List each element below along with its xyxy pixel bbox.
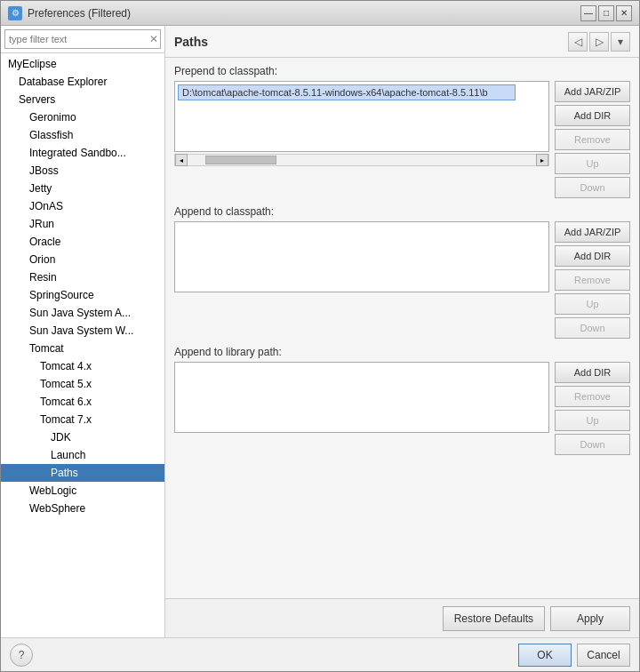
tree-item-tomcat-6x[interactable]: Tomcat 6.x (1, 393, 164, 411)
append-up-button[interactable]: Up (555, 293, 630, 315)
right-panel: Paths ◁ ▷ ▾ Prepend to classpath: (165, 26, 639, 637)
tree-item-label: JRun (29, 218, 54, 230)
filter-input[interactable] (4, 29, 161, 49)
tree-item-jboss[interactable]: JBoss (1, 162, 164, 180)
tree-item-jrun[interactable]: JRun (1, 215, 164, 233)
title-bar: ⚙ Preferences (Filtered) — □ ✕ (1, 1, 639, 26)
tree-item-sun-java-system-a[interactable]: Sun Java System A... (1, 304, 164, 322)
tree-item-label: Tomcat 6.x (40, 396, 92, 408)
append-library-buttons: Add DIR Remove Up Down (555, 362, 630, 455)
append-library-label: Append to library path: (174, 346, 630, 358)
tree-indent (8, 396, 40, 408)
tree-indent (8, 76, 19, 88)
tree-item-label: Paths (51, 467, 78, 479)
prepend-classpath-label: Prepend to classpath: (174, 65, 630, 77)
tree-indent (8, 467, 51, 479)
filter-clear-icon[interactable]: ✕ (149, 33, 158, 45)
back-button[interactable]: ◁ (568, 32, 588, 52)
prepend-add-dir-button[interactable]: Add DIR (555, 105, 630, 126)
filter-box: ✕ (1, 26, 164, 53)
tree-indent (8, 129, 29, 141)
tree-item-integrated-sandbo[interactable]: Integrated Sandbo... (1, 144, 164, 162)
tree-item-label: JDK (51, 431, 71, 444)
preferences-window: ⚙ Preferences (Filtered) — □ ✕ ✕ MyEclip… (0, 0, 640, 672)
tree-item-label: SpringSource (29, 289, 94, 301)
tree-item-label: Servers (19, 93, 55, 106)
tree-item-label: Tomcat (29, 342, 64, 355)
tree-item-weblogic[interactable]: WebLogic (1, 482, 164, 500)
toolbar-menu-button[interactable]: ▾ (611, 32, 630, 52)
append-library-body: Add DIR Remove Up Down (174, 362, 630, 455)
prepend-classpath-item: D:\tomcat\apache-tomcat-8.5.11-windows-x… (178, 84, 516, 100)
library-up-button[interactable]: Up (555, 410, 630, 431)
library-add-dir-button[interactable]: Add DIR (555, 362, 630, 383)
tree-item-myeclipse[interactable]: MyEclipse (1, 55, 164, 73)
tree-item-jonas[interactable]: JOnAS (1, 197, 164, 215)
prepend-down-button[interactable]: Down (555, 177, 630, 198)
library-remove-button[interactable]: Remove (555, 386, 630, 407)
tree-indent (8, 413, 40, 426)
tree-item-jetty[interactable]: Jetty (1, 180, 164, 197)
scroll-right-arrow[interactable]: ▸ (536, 154, 548, 166)
restore-defaults-button[interactable]: Restore Defaults (443, 606, 545, 631)
tree-item-label: Tomcat 5.x (40, 378, 92, 390)
ok-button[interactable]: OK (518, 644, 572, 667)
tree-indent (8, 271, 29, 284)
main-content: ✕ MyEclipse Database Explorer Servers Ge… (1, 26, 639, 637)
apply-button[interactable]: Apply (550, 606, 630, 631)
tree-item-orion[interactable]: Orion (1, 251, 164, 268)
right-content: Prepend to classpath: (165, 58, 639, 598)
prepend-classpath-buttons: Add JAR/ZIP Add DIR Remove Up Down (555, 81, 630, 198)
append-classpath-list[interactable] (174, 221, 549, 292)
tree-item-servers[interactable]: Servers (1, 91, 164, 108)
tree-item-label: Database Explorer (19, 76, 107, 88)
tree-item-glassfish[interactable]: Glassfish (1, 126, 164, 144)
append-add-jar-zip-button[interactable]: Add JAR/ZIP (555, 221, 630, 243)
tree-indent (8, 164, 29, 177)
window-icon: ⚙ (8, 6, 22, 20)
tree-item-oracle[interactable]: Oracle (1, 233, 164, 251)
tree-item-tomcat-4x[interactable]: Tomcat 4.x (1, 357, 164, 375)
tree-indent (8, 218, 29, 230)
tree-item-paths[interactable]: Paths (1, 464, 164, 482)
tree-item-geronimo[interactable]: Geronimo (1, 108, 164, 126)
tree-item-websphere[interactable]: WebSphere (1, 500, 164, 517)
tree-indent (8, 147, 29, 159)
tree-item-springsource[interactable]: SpringSource (1, 286, 164, 304)
tree-indent (8, 484, 29, 497)
tree-item-resin[interactable]: Resin (1, 268, 164, 286)
forward-button[interactable]: ▷ (589, 32, 609, 52)
tree-item-label: WebSphere (29, 502, 85, 515)
scroll-track (188, 156, 536, 164)
scroll-thumb[interactable] (205, 156, 276, 164)
close-button[interactable]: ✕ (616, 5, 632, 21)
tree-item-tomcat-7x[interactable]: Tomcat 7.x (1, 411, 164, 428)
tree-indent (8, 324, 29, 337)
scroll-left-arrow[interactable]: ◂ (175, 154, 188, 166)
tree-item-tomcat-5x[interactable]: Tomcat 5.x (1, 375, 164, 393)
prepend-hscroll[interactable]: ◂ ▸ (174, 154, 549, 166)
append-remove-button[interactable]: Remove (555, 269, 630, 291)
prepend-add-jar-zip-button[interactable]: Add JAR/ZIP (555, 81, 630, 102)
tree-indent (8, 307, 29, 319)
minimize-button[interactable]: — (580, 5, 596, 21)
prepend-up-button[interactable]: Up (555, 153, 630, 174)
library-down-button[interactable]: Down (555, 434, 630, 455)
tree-item-launch[interactable]: Launch (1, 446, 164, 464)
tree-item-tomcat[interactable]: Tomcat (1, 340, 164, 357)
help-button[interactable]: ? (10, 644, 33, 667)
tree: MyEclipse Database Explorer Servers Gero… (1, 53, 164, 637)
tree-item-sun-java-system-w[interactable]: Sun Java System W... (1, 322, 164, 340)
tree-item-database-explorer[interactable]: Database Explorer (1, 73, 164, 91)
tree-item-jdk[interactable]: JDK (1, 428, 164, 446)
append-library-list[interactable] (174, 362, 549, 433)
append-classpath-body: Add JAR/ZIP Add DIR Remove Up Down (174, 221, 630, 339)
prepend-classpath-list[interactable]: D:\tomcat\apache-tomcat-8.5.11-windows-x… (174, 81, 549, 152)
tree-item-label: Orion (29, 253, 55, 266)
tree-item-label: Oracle (29, 236, 60, 248)
cancel-button[interactable]: Cancel (577, 644, 630, 667)
append-add-dir-button[interactable]: Add DIR (555, 245, 630, 267)
append-down-button[interactable]: Down (555, 317, 630, 339)
prepend-remove-button[interactable]: Remove (555, 129, 630, 150)
maximize-button[interactable]: □ (598, 5, 614, 21)
